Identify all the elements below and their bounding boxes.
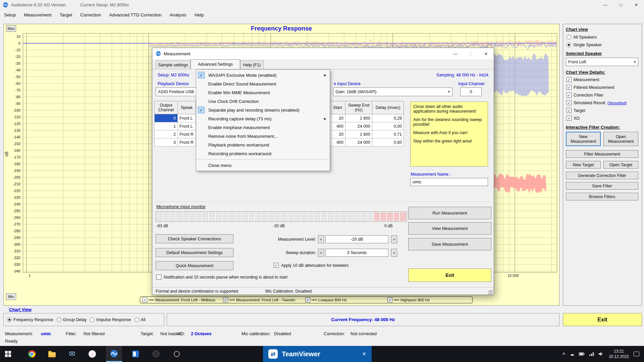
- checkbox[interactable]: ✓: [567, 85, 572, 90]
- default-measurement-settings-button[interactable]: Default Measurement Settings: [156, 248, 233, 257]
- radio-icon[interactable]: [135, 317, 139, 322]
- menu-measurement[interactable]: Measurement: [20, 10, 56, 20]
- tab-sample-settings[interactable]: Sample settings: [156, 60, 191, 69]
- menu-item-playback-workaround[interactable]: Playback problems workaround: [196, 140, 330, 149]
- action-center-icon[interactable]: [634, 352, 639, 356]
- menu-item-separate-streams[interactable]: ✓Separate play and recording streams (en…: [196, 106, 330, 114]
- series-toggle-lowpass[interactable]: ✓Lowpass 800 Hz: [305, 297, 347, 302]
- blue-app-icon[interactable]: [127, 346, 144, 362]
- start-cell[interactable]: 400: [330, 138, 345, 146]
- start-cell[interactable]: 20: [330, 114, 345, 122]
- series-toggle-tweeter[interactable]: ✓Measurement: Front Left - Tweeter: [223, 297, 296, 302]
- start-cell[interactable]: 400: [330, 122, 345, 130]
- new-target-button[interactable]: New Target: [566, 161, 601, 169]
- music-app-icon[interactable]: ♪: [84, 346, 100, 362]
- table-row[interactable]: 2Front R: [154, 130, 196, 138]
- dialog-minimize-button[interactable]: —: [447, 48, 463, 59]
- checkbox[interactable]: ✓: [142, 297, 147, 302]
- series-toggle-midbass[interactable]: ✓Measurement: Front Left - Midbass: [142, 297, 215, 302]
- checkbox[interactable]: ✓: [567, 108, 572, 113]
- input-device-combo[interactable]: Gain: 18dB (WASAPI)▼: [333, 87, 452, 96]
- checkbox[interactable]: [156, 275, 161, 280]
- menu-item-minphase[interactable]: Enable minphase measurement: [196, 123, 330, 132]
- speaker-icon[interactable]: [599, 352, 604, 356]
- start-button[interactable]: [0, 346, 16, 362]
- series-toggle-highpass[interactable]: ✓Highpass 800 Hz: [387, 297, 430, 302]
- file-explorer-icon[interactable]: [44, 346, 60, 362]
- radio-icon[interactable]: [90, 317, 95, 322]
- channel-cell[interactable]: 3: [154, 138, 178, 146]
- end-cell[interactable]: 1 600: [345, 114, 372, 122]
- menu-item-wasapi-exclusive[interactable]: ✓WASAPI Exclusive Mode (enabled)▶: [196, 71, 330, 79]
- radio-icon[interactable]: [57, 317, 61, 322]
- checkbox[interactable]: ✓: [567, 116, 572, 121]
- min-button[interactable]: Min: [6, 293, 16, 300]
- table-row[interactable]: 3Front R: [154, 138, 196, 146]
- checkbox[interactable]: ✓: [567, 100, 572, 105]
- save-filter-button[interactable]: Save Filter: [566, 182, 638, 190]
- speaker-cell[interactable]: Front R: [178, 130, 196, 138]
- menu-item-capture-delay[interactable]: Recording capture delay (73 ms)▶: [196, 114, 330, 123]
- measurement-name-field[interactable]: umic: [410, 178, 488, 186]
- minimize-button[interactable]: —: [598, 0, 613, 10]
- taskbar-clock[interactable]: 13:2110.12.2022: [609, 349, 629, 359]
- checkbox[interactable]: ✓: [567, 77, 572, 82]
- radio-all-speakers[interactable]: All Speakers: [567, 35, 597, 40]
- channel-cell[interactable]: 2: [154, 130, 178, 138]
- teamviewer-banner[interactable]: ⇄ TeamViewer ✕: [263, 346, 372, 362]
- filter-measurement-button[interactable]: Filter Measurement: [566, 150, 638, 158]
- sweep-duration-field[interactable]: 3 Seconds: [325, 249, 388, 257]
- sweep-increase-button[interactable]: >: [391, 249, 397, 257]
- level-increase-button[interactable]: >: [391, 235, 397, 243]
- dialog-maximize-button[interactable]: □: [463, 48, 478, 59]
- selected-speaker-combo[interactable]: Front Left▼: [566, 58, 638, 66]
- speaker-cell[interactable]: Front R: [178, 138, 196, 146]
- dialog-close-button[interactable]: ✕: [478, 48, 494, 59]
- main-exit-button[interactable]: Exit: [563, 313, 642, 326]
- open-measurement-button[interactable]: Open Measurement: [603, 132, 638, 146]
- end-cell[interactable]: 24 000: [345, 122, 372, 130]
- radio-icon[interactable]: [567, 35, 571, 40]
- battery-icon[interactable]: [579, 352, 585, 356]
- smoothed-link[interactable]: (Smoothed): [607, 101, 627, 105]
- maximize-button[interactable]: □: [613, 0, 629, 10]
- run-measurement-button[interactable]: Run Measurement: [408, 207, 491, 219]
- channel-cell[interactable]: 0: [154, 114, 178, 122]
- network-icon[interactable]: [589, 352, 594, 356]
- detail-simulated-result[interactable]: ✓Simulated Result(Smoothed): [567, 100, 627, 105]
- menu-item-remove-noise[interactable]: Remove noise from Measurement...: [196, 132, 330, 140]
- table-row[interactable]: 40024 0000,00: [330, 122, 404, 130]
- check-speaker-connections-button[interactable]: Check Speaker Connections: [156, 234, 233, 243]
- clock-app-icon[interactable]: [169, 346, 185, 362]
- detail-correction-filter[interactable]: ✓Correction Filter: [567, 93, 603, 98]
- menu-item-close-menu[interactable]: Close menu: [196, 161, 330, 170]
- table-row[interactable]: 201 6000,71: [330, 130, 404, 138]
- chrome-icon[interactable]: [24, 346, 40, 362]
- table-row[interactable]: 1Front L: [154, 122, 196, 130]
- open-target-button[interactable]: Open Target: [603, 161, 638, 169]
- tab-advanced-settings[interactable]: Advanced Settings: [191, 59, 240, 69]
- hidden-icons-chevron[interactable]: ^: [562, 352, 565, 357]
- channel-cell[interactable]: 1: [154, 122, 178, 130]
- menu-item-clock-drift[interactable]: Use Clock Drift Correction: [196, 97, 330, 106]
- checkbox[interactable]: ✓: [223, 297, 228, 302]
- menu-item-recording-workaround[interactable]: Recording problems workaround: [196, 149, 330, 158]
- checkbox[interactable]: ✓: [274, 263, 279, 268]
- menu-item-direct-sound[interactable]: Enable Direct Sound Measurement: [196, 79, 330, 88]
- attenuation-checkbox[interactable]: ✓Apply 10 dB attenuation for tweeters: [274, 263, 349, 268]
- delay-cell[interactable]: 0,71: [372, 130, 404, 138]
- radio-impulse-response[interactable]: Impulse Response: [90, 317, 131, 322]
- radio-group-delay[interactable]: Group Delay: [57, 317, 87, 322]
- sweep-decrease-button[interactable]: <: [318, 249, 324, 257]
- view-measurement-button[interactable]: View Measurement: [408, 222, 491, 235]
- checkbox[interactable]: ✓: [387, 297, 392, 302]
- tab-help[interactable]: Help (F1): [240, 60, 264, 69]
- browse-filters-button[interactable]: Browse Filters: [566, 193, 638, 200]
- start-cell[interactable]: 20: [330, 130, 345, 138]
- resize-grip[interactable]: [488, 290, 493, 295]
- save-measurement-button[interactable]: Save Measurement: [408, 238, 491, 250]
- menu-item-win-mme[interactable]: Enable Win MME Measurement: [196, 88, 330, 97]
- menu-advanced-ttd[interactable]: Advanced TTD Correction: [105, 10, 166, 20]
- radio-all[interactable]: All: [135, 317, 146, 322]
- speaker-cell[interactable]: Front L: [178, 114, 196, 122]
